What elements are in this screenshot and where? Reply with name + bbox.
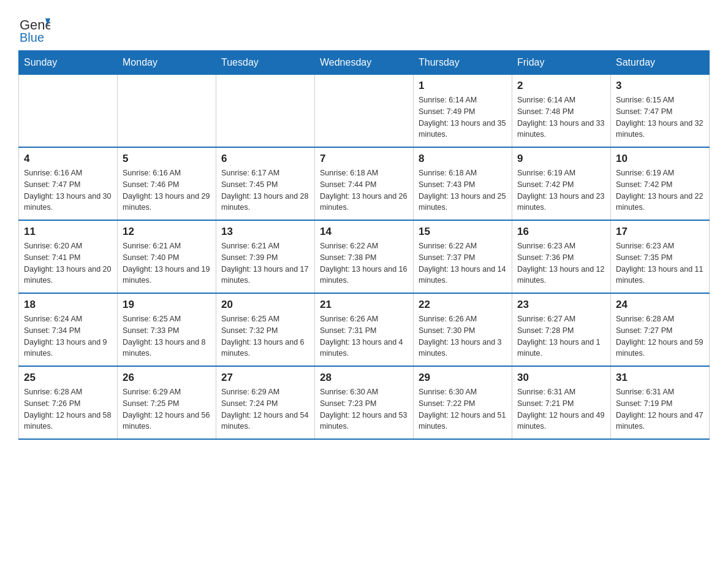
- day-info: Sunrise: 6:28 AM Sunset: 7:27 PM Dayligh…: [616, 313, 704, 359]
- day-number: 3: [616, 80, 704, 92]
- calendar-cell: 19Sunrise: 6:25 AM Sunset: 7:33 PM Dayli…: [118, 293, 216, 366]
- calendar-cell: 29Sunrise: 6:30 AM Sunset: 7:22 PM Dayli…: [414, 366, 512, 439]
- calendar-cell: 13Sunrise: 6:21 AM Sunset: 7:39 PM Dayli…: [216, 220, 315, 293]
- day-number: 23: [517, 299, 605, 311]
- calendar-cell: 28Sunrise: 6:30 AM Sunset: 7:23 PM Dayli…: [315, 366, 414, 439]
- day-info: Sunrise: 6:18 AM Sunset: 7:43 PM Dayligh…: [419, 167, 507, 213]
- calendar-cell: 31Sunrise: 6:31 AM Sunset: 7:19 PM Dayli…: [611, 366, 710, 439]
- day-number: 5: [123, 153, 211, 165]
- day-number: 20: [221, 299, 309, 311]
- day-number: 16: [517, 226, 605, 238]
- calendar-cell: 12Sunrise: 6:21 AM Sunset: 7:40 PM Dayli…: [118, 220, 216, 293]
- calendar-cell: 26Sunrise: 6:29 AM Sunset: 7:25 PM Dayli…: [118, 366, 216, 439]
- calendar-cell: 5Sunrise: 6:16 AM Sunset: 7:46 PM Daylig…: [118, 147, 216, 220]
- calendar-cell: 14Sunrise: 6:22 AM Sunset: 7:38 PM Dayli…: [315, 220, 414, 293]
- day-info: Sunrise: 6:20 AM Sunset: 7:41 PM Dayligh…: [24, 240, 112, 286]
- calendar-cell: [118, 75, 216, 148]
- calendar-cell: 4Sunrise: 6:16 AM Sunset: 7:47 PM Daylig…: [19, 147, 118, 220]
- calendar-cell: 16Sunrise: 6:23 AM Sunset: 7:36 PM Dayli…: [512, 220, 611, 293]
- calendar-cell: [19, 75, 118, 148]
- calendar-cell: [315, 75, 414, 148]
- day-number: 11: [24, 226, 112, 238]
- day-number: 17: [616, 226, 704, 238]
- day-info: Sunrise: 6:25 AM Sunset: 7:33 PM Dayligh…: [123, 313, 211, 359]
- calendar-body: 1Sunrise: 6:14 AM Sunset: 7:49 PM Daylig…: [19, 75, 710, 440]
- day-info: Sunrise: 6:22 AM Sunset: 7:38 PM Dayligh…: [320, 240, 408, 286]
- day-number: 15: [419, 226, 507, 238]
- day-info: Sunrise: 6:24 AM Sunset: 7:34 PM Dayligh…: [24, 313, 112, 359]
- calendar-cell: 24Sunrise: 6:28 AM Sunset: 7:27 PM Dayli…: [611, 293, 710, 366]
- day-info: Sunrise: 6:16 AM Sunset: 7:46 PM Dayligh…: [123, 167, 211, 213]
- calendar-cell: 17Sunrise: 6:23 AM Sunset: 7:35 PM Dayli…: [611, 220, 710, 293]
- calendar-cell: 7Sunrise: 6:18 AM Sunset: 7:44 PM Daylig…: [315, 147, 414, 220]
- day-info: Sunrise: 6:30 AM Sunset: 7:22 PM Dayligh…: [419, 386, 507, 432]
- calendar-header-sunday: Sunday: [19, 51, 118, 75]
- calendar-cell: 15Sunrise: 6:22 AM Sunset: 7:37 PM Dayli…: [414, 220, 512, 293]
- day-number: 27: [221, 372, 309, 384]
- day-info: Sunrise: 6:21 AM Sunset: 7:39 PM Dayligh…: [221, 240, 309, 286]
- day-number: 14: [320, 226, 408, 238]
- calendar-week-row: 25Sunrise: 6:28 AM Sunset: 7:26 PM Dayli…: [19, 366, 710, 439]
- day-info: Sunrise: 6:21 AM Sunset: 7:40 PM Dayligh…: [123, 240, 211, 286]
- page-header: General Blue: [18, 12, 710, 44]
- calendar-header-monday: Monday: [118, 51, 216, 75]
- calendar-cell: 3Sunrise: 6:15 AM Sunset: 7:47 PM Daylig…: [611, 75, 710, 148]
- day-number: 6: [221, 153, 309, 165]
- day-info: Sunrise: 6:14 AM Sunset: 7:48 PM Dayligh…: [517, 94, 605, 140]
- calendar-cell: 10Sunrise: 6:19 AM Sunset: 7:42 PM Dayli…: [611, 147, 710, 220]
- day-number: 7: [320, 153, 408, 165]
- day-info: Sunrise: 6:31 AM Sunset: 7:21 PM Dayligh…: [517, 386, 605, 432]
- day-info: Sunrise: 6:27 AM Sunset: 7:28 PM Dayligh…: [517, 313, 605, 359]
- calendar-cell: 8Sunrise: 6:18 AM Sunset: 7:43 PM Daylig…: [414, 147, 512, 220]
- calendar-cell: 11Sunrise: 6:20 AM Sunset: 7:41 PM Dayli…: [19, 220, 118, 293]
- day-info: Sunrise: 6:14 AM Sunset: 7:49 PM Dayligh…: [419, 94, 507, 140]
- logo: General Blue: [18, 12, 50, 44]
- day-number: 26: [123, 372, 211, 384]
- day-number: 21: [320, 299, 408, 311]
- day-number: 25: [24, 372, 112, 384]
- calendar-header-row: SundayMondayTuesdayWednesdayThursdayFrid…: [19, 51, 710, 75]
- day-number: 12: [123, 226, 211, 238]
- calendar-week-row: 4Sunrise: 6:16 AM Sunset: 7:47 PM Daylig…: [19, 147, 710, 220]
- day-info: Sunrise: 6:16 AM Sunset: 7:47 PM Dayligh…: [24, 167, 112, 213]
- calendar-table: SundayMondayTuesdayWednesdayThursdayFrid…: [18, 50, 710, 440]
- day-number: 29: [419, 372, 507, 384]
- day-number: 24: [616, 299, 704, 311]
- day-info: Sunrise: 6:26 AM Sunset: 7:31 PM Dayligh…: [320, 313, 408, 359]
- day-number: 10: [616, 153, 704, 165]
- day-number: 1: [419, 80, 507, 92]
- calendar-cell: 18Sunrise: 6:24 AM Sunset: 7:34 PM Dayli…: [19, 293, 118, 366]
- day-info: Sunrise: 6:28 AM Sunset: 7:26 PM Dayligh…: [24, 386, 112, 432]
- calendar-cell: 2Sunrise: 6:14 AM Sunset: 7:48 PM Daylig…: [512, 75, 611, 148]
- calendar-cell: 21Sunrise: 6:26 AM Sunset: 7:31 PM Dayli…: [315, 293, 414, 366]
- day-info: Sunrise: 6:17 AM Sunset: 7:45 PM Dayligh…: [221, 167, 309, 213]
- day-number: 31: [616, 372, 704, 384]
- calendar-week-row: 11Sunrise: 6:20 AM Sunset: 7:41 PM Dayli…: [19, 220, 710, 293]
- calendar-cell: 23Sunrise: 6:27 AM Sunset: 7:28 PM Dayli…: [512, 293, 611, 366]
- calendar-cell: 22Sunrise: 6:26 AM Sunset: 7:30 PM Dayli…: [414, 293, 512, 366]
- calendar-cell: 30Sunrise: 6:31 AM Sunset: 7:21 PM Dayli…: [512, 366, 611, 439]
- day-number: 19: [123, 299, 211, 311]
- day-number: 8: [419, 153, 507, 165]
- day-number: 13: [221, 226, 309, 238]
- calendar-header-tuesday: Tuesday: [216, 51, 315, 75]
- day-number: 30: [517, 372, 605, 384]
- day-number: 18: [24, 299, 112, 311]
- day-info: Sunrise: 6:29 AM Sunset: 7:25 PM Dayligh…: [123, 386, 211, 432]
- day-info: Sunrise: 6:29 AM Sunset: 7:24 PM Dayligh…: [221, 386, 309, 432]
- day-info: Sunrise: 6:31 AM Sunset: 7:19 PM Dayligh…: [616, 386, 704, 432]
- calendar-header-friday: Friday: [512, 51, 611, 75]
- calendar-cell: 20Sunrise: 6:25 AM Sunset: 7:32 PM Dayli…: [216, 293, 315, 366]
- day-info: Sunrise: 6:18 AM Sunset: 7:44 PM Dayligh…: [320, 167, 408, 213]
- day-info: Sunrise: 6:23 AM Sunset: 7:35 PM Dayligh…: [616, 240, 704, 286]
- day-info: Sunrise: 6:30 AM Sunset: 7:23 PM Dayligh…: [320, 386, 408, 432]
- day-number: 4: [24, 153, 112, 165]
- day-number: 9: [517, 153, 605, 165]
- day-number: 22: [419, 299, 507, 311]
- logo-icon: General Blue: [18, 12, 50, 44]
- calendar-cell: 6Sunrise: 6:17 AM Sunset: 7:45 PM Daylig…: [216, 147, 315, 220]
- calendar-cell: 9Sunrise: 6:19 AM Sunset: 7:42 PM Daylig…: [512, 147, 611, 220]
- calendar-cell: 27Sunrise: 6:29 AM Sunset: 7:24 PM Dayli…: [216, 366, 315, 439]
- calendar-header-thursday: Thursday: [414, 51, 512, 75]
- calendar-cell: 1Sunrise: 6:14 AM Sunset: 7:49 PM Daylig…: [414, 75, 512, 148]
